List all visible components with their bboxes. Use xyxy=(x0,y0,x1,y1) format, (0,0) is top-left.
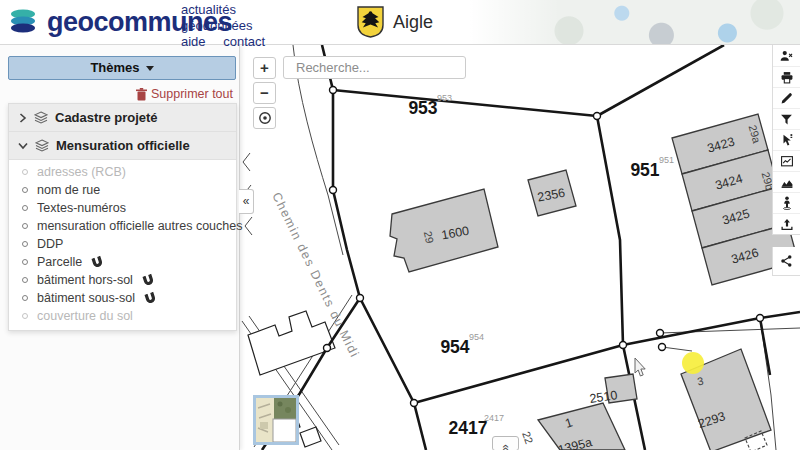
layers-icon xyxy=(34,111,48,124)
magnet-icon xyxy=(141,273,155,287)
group-label: Cadastre projeté xyxy=(55,110,158,125)
parcel-shadow-label: 951 xyxy=(659,155,674,165)
layer-label: bâtiment hors-sol xyxy=(37,273,133,287)
profile-chart-button[interactable] xyxy=(773,150,800,171)
commune-block: Aigle xyxy=(357,6,433,38)
layer-label: bâtiment sous-sol xyxy=(37,291,135,305)
layer-item-ddp[interactable]: DDP xyxy=(9,235,236,253)
layer-bullet-icon xyxy=(22,205,28,211)
elevation-chart-button[interactable] xyxy=(773,171,800,192)
layer-item-batiment-hors-sol[interactable]: bâtiment hors-sol xyxy=(9,271,236,289)
user-logout-button[interactable] xyxy=(773,45,800,66)
chevrons-up-icon: « xyxy=(499,444,512,450)
group-label: Mensuration officielle xyxy=(56,138,190,153)
layer-item-textes-numeros[interactable]: Textes-numéros xyxy=(9,199,236,217)
layer-bullet-icon xyxy=(22,187,28,193)
overview-minimap[interactable] xyxy=(253,395,299,445)
group-mensuration-officielle[interactable]: Mensuration officielle xyxy=(9,132,236,160)
nav-link-actualites[interactable]: actualités xyxy=(181,2,236,17)
street-view-button[interactable] xyxy=(773,192,800,213)
geolocate-button[interactable] xyxy=(253,107,276,129)
layer-label: Textes-numéros xyxy=(37,201,126,215)
pen-icon xyxy=(780,92,793,105)
layer-label: nom de rue xyxy=(37,183,100,197)
layer-bullet-icon xyxy=(22,277,28,283)
footer-expand-button[interactable]: « xyxy=(492,436,519,450)
toolbar-group xyxy=(772,247,800,276)
building-label-2510: 2510 xyxy=(589,388,619,406)
address-label-29: 29 xyxy=(422,230,436,244)
magnet-icon xyxy=(144,291,158,305)
sidebar-collapse-button[interactable]: « xyxy=(239,189,254,214)
geocommunes-logo-icon xyxy=(8,6,42,38)
layer-bullet-icon xyxy=(22,169,28,175)
minimap-thumbnail xyxy=(256,398,296,442)
street-view-person-icon xyxy=(781,196,793,210)
header-basemap-preview xyxy=(470,0,800,44)
layer-label: couverture du sol xyxy=(37,309,133,323)
layer-bullet-icon xyxy=(22,313,28,319)
parcel-shadow-label: 954 xyxy=(469,332,484,342)
app-header: geocommunes actualités géodonnées aide c… xyxy=(0,0,800,45)
clear-all-label: Supprimer tout xyxy=(151,87,233,101)
zoom-in-button[interactable]: + xyxy=(253,57,276,79)
geolocate-icon xyxy=(258,111,272,125)
parcel-shadow-label: 953 xyxy=(437,93,452,103)
cursor-info-icon xyxy=(780,133,794,147)
search-input[interactable] xyxy=(296,60,472,75)
zoom-out-button[interactable]: − xyxy=(253,82,276,104)
layer-item-adresses-rcb[interactable]: adresses (RCB) xyxy=(9,163,236,181)
share-icon xyxy=(780,254,793,268)
toolbar-group xyxy=(772,45,800,235)
filter-button[interactable] xyxy=(773,108,800,129)
parcel-label-954: 954 xyxy=(440,337,469,357)
trash-icon xyxy=(136,88,147,101)
map-viewport[interactable]: Chemin des Dents du Midi 953 953 951 951… xyxy=(240,45,800,450)
filter-funnel-icon xyxy=(780,113,793,126)
header-nav: actualités géodonnées aide contact xyxy=(181,3,265,51)
layers-panel: Cadastre projeté Mensuration officielle … xyxy=(8,103,237,331)
parcel-label-953: 953 xyxy=(408,98,437,118)
import-button[interactable] xyxy=(773,213,800,234)
layer-item-parcelle[interactable]: Parcelle xyxy=(9,253,236,271)
magnet-icon xyxy=(91,255,105,269)
layer-list: adresses (RCB) nom de rue Textes-numéros… xyxy=(9,160,236,330)
cadastral-map-canvas: Chemin des Dents du Midi 953 953 951 951… xyxy=(240,45,800,450)
layer-label: Parcelle xyxy=(37,255,82,269)
area-chart-icon xyxy=(780,176,794,189)
map-toolbar xyxy=(772,45,800,276)
group-cadastre-projete[interactable]: Cadastre projeté xyxy=(9,104,236,132)
layer-item-batiment-sous-sol[interactable]: bâtiment sous-sol xyxy=(9,289,236,307)
address-label-22: 22 xyxy=(520,430,535,446)
share-button[interactable] xyxy=(773,247,800,275)
line-chart-icon xyxy=(780,155,794,168)
layer-bullet-icon xyxy=(22,295,28,301)
chevron-right-icon xyxy=(18,113,27,123)
layer-bullet-icon xyxy=(22,241,28,247)
layers-sidebar: Thèmes Supprimer tout Cadastre projeté xyxy=(0,45,240,450)
search-highlight-dot xyxy=(682,352,704,374)
toolbar-gap xyxy=(772,235,800,247)
nav-link-contact[interactable]: contact xyxy=(223,34,265,49)
themes-dropdown-button[interactable]: Thèmes xyxy=(8,56,236,80)
layer-bullet-icon xyxy=(22,259,28,265)
layer-item-nom-de-rue[interactable]: nom de rue xyxy=(9,181,236,199)
nav-link-geodonnees[interactable]: géodonnées xyxy=(181,18,253,33)
user-x-icon xyxy=(779,49,794,63)
layer-bullet-icon xyxy=(22,223,28,229)
layers-icon xyxy=(35,139,49,152)
layer-item-mo-autres-couches[interactable]: mensuration officielle autres couches xyxy=(9,217,236,235)
query-info-button[interactable] xyxy=(773,129,800,150)
nav-link-aide[interactable]: aide xyxy=(181,34,206,49)
parcel-label-951: 951 xyxy=(630,160,659,180)
layer-label: mensuration officielle autres couches xyxy=(37,219,242,233)
map-search xyxy=(283,56,466,79)
print-button[interactable] xyxy=(773,66,800,87)
printer-icon xyxy=(780,71,794,84)
commune-name: Aigle xyxy=(393,12,433,33)
layer-item-couverture-du-sol[interactable]: couverture du sol xyxy=(9,307,236,325)
chevron-down-icon xyxy=(18,141,28,150)
clear-all-button[interactable]: Supprimer tout xyxy=(136,87,233,101)
draw-button[interactable] xyxy=(773,87,800,108)
upload-icon xyxy=(780,218,794,231)
